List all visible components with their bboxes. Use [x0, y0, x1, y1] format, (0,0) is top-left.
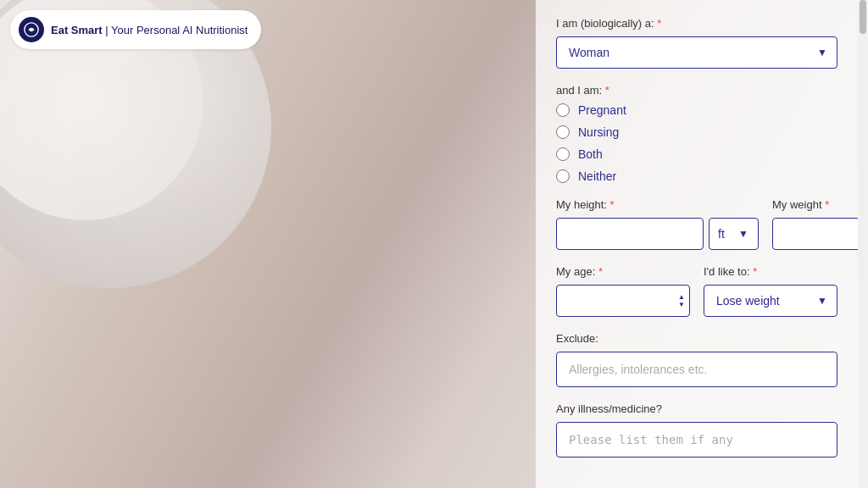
height-label-text: My height:	[556, 198, 607, 211]
status-label-text: and I am:	[556, 84, 602, 97]
age-label-text: My age:	[556, 265, 595, 278]
radio-nursing[interactable]	[556, 125, 570, 139]
radio-item-both[interactable]: Both	[556, 147, 837, 161]
illness-textarea[interactable]	[556, 422, 837, 458]
goal-select[interactable]: Lose weight Gain weight Maintain weight …	[704, 285, 837, 317]
radio-both-label: Both	[578, 147, 603, 161]
radio-pregnant[interactable]	[556, 103, 570, 117]
scrollbar-thumb[interactable]	[860, 0, 866, 34]
illness-group: Any illness/medicine?	[556, 402, 837, 461]
exclude-input[interactable]	[556, 352, 837, 387]
age-input[interactable]	[556, 285, 690, 317]
radio-item-nursing[interactable]: Nursing	[556, 125, 837, 139]
weight-group: My weight * lb kg ▼	[772, 198, 858, 250]
height-group: My height: * ft cm ▼	[556, 198, 759, 250]
goal-label: I'd like to: *	[704, 265, 837, 278]
age-required: *	[598, 265, 603, 278]
age-input-wrapper: ▲ ▼	[556, 285, 690, 317]
goal-required: *	[753, 265, 757, 278]
exclude-label-text: Exclude:	[556, 332, 598, 345]
biological-sex-label: I am (biologically) a: *	[556, 17, 837, 30]
age-label: My age: *	[556, 265, 690, 278]
radio-neither[interactable]	[556, 169, 570, 183]
exclude-label: Exclude:	[556, 332, 837, 345]
weight-label-text: My weight	[772, 198, 822, 211]
status-required: *	[605, 84, 609, 97]
goal-select-wrapper: Lose weight Gain weight Maintain weight …	[704, 285, 837, 317]
illness-label-text: Any illness/medicine?	[556, 402, 662, 415]
status-radio-group: Pregnant Nursing Both Neither	[556, 103, 837, 183]
form-panel: I am (biologically) a: * Woman Man Other…	[536, 0, 858, 488]
goal-label-text: I'd like to:	[704, 265, 750, 278]
scrollbar[interactable]	[858, 0, 868, 488]
height-input[interactable]	[556, 218, 704, 250]
age-group: My age: * ▲ ▼	[556, 265, 690, 317]
radio-neither-label: Neither	[578, 169, 616, 183]
biological-sex-select[interactable]: Woman Man Other	[556, 36, 837, 69]
weight-inputs: lb kg ▼	[772, 218, 858, 250]
goal-group: I'd like to: * Lose weight Gain weight M…	[704, 265, 837, 317]
biological-sex-label-text: I am (biologically) a:	[556, 17, 654, 30]
radio-item-pregnant[interactable]: Pregnant	[556, 103, 837, 117]
radio-item-neither[interactable]: Neither	[556, 169, 837, 183]
age-goal-row: My age: * ▲ ▼ I'd like to: * Lose weight…	[556, 265, 837, 317]
radio-pregnant-label: Pregnant	[578, 103, 626, 117]
illness-label: Any illness/medicine?	[556, 402, 837, 415]
age-increment-icon[interactable]: ▲	[678, 294, 685, 301]
weight-label: My weight *	[772, 198, 858, 211]
radio-both[interactable]	[556, 147, 570, 161]
biological-sex-group: I am (biologically) a: * Woman Man Other…	[556, 17, 837, 69]
age-decrement-icon[interactable]: ▼	[678, 302, 685, 308]
age-spinners: ▲ ▼	[678, 294, 685, 308]
status-label: and I am: *	[556, 84, 837, 97]
logo-text: Eat Smart | Your Personal AI Nutritionis…	[51, 24, 248, 36]
logo-tagline: | Your Personal AI Nutritionist	[103, 24, 248, 36]
logo-bar: Eat Smart | Your Personal AI Nutritionis…	[10, 10, 261, 49]
weight-required: *	[825, 198, 829, 211]
weight-input[interactable]	[772, 218, 858, 250]
exclude-group: Exclude:	[556, 332, 837, 387]
logo-icon	[19, 17, 44, 42]
status-group: and I am: * Pregnant Nursing Both Neithe…	[556, 84, 837, 183]
height-required: *	[610, 198, 615, 211]
biological-sex-required: *	[657, 17, 661, 30]
height-unit-wrapper: ft cm ▼	[709, 218, 759, 250]
logo-brand: Eat Smart	[51, 24, 103, 36]
biological-sex-select-wrapper: Woman Man Other ▼	[556, 36, 837, 69]
height-label: My height: *	[556, 198, 759, 211]
height-inputs: ft cm ▼	[556, 218, 759, 250]
height-weight-row: My height: * ft cm ▼ My weight *	[556, 198, 837, 250]
radio-nursing-label: Nursing	[578, 125, 619, 139]
height-unit-select[interactable]: ft cm	[709, 218, 759, 250]
